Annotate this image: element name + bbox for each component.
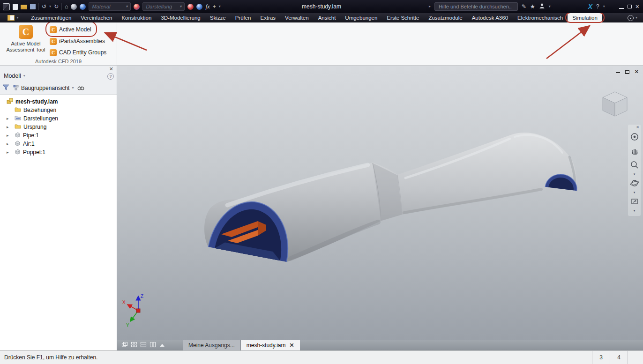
browser-help-icon[interactable]: ? — [107, 73, 114, 80]
status-tail — [628, 351, 643, 364]
help-caret-icon[interactable]: ▾ — [603, 5, 605, 8]
active-model-assessment-tool-button[interactable]: C Active Model Assessment Tool — [2, 24, 49, 59]
expand-caret-icon[interactable]: ▸ — [7, 116, 12, 121]
material-select[interactable]: Material ▾ — [89, 2, 131, 11]
tab-ansicht[interactable]: Ansicht — [314, 13, 341, 22]
navigation-wheel-icon[interactable] — [630, 132, 639, 143]
viewcube[interactable] — [597, 88, 633, 120]
tab-3d-modellierung[interactable]: 3D-Modellierung — [156, 13, 205, 22]
clear-appearance-icon[interactable] — [196, 4, 202, 10]
help-icon[interactable]: ? — [596, 4, 599, 9]
panel-title: Autodesk CFD 2019 — [0, 59, 117, 64]
tree-item-ursprung[interactable]: ▸ Ursprung — [0, 123, 117, 131]
status-bar: Drücken Sie F1, um Hilfe zu erhalten. 3 … — [0, 350, 643, 364]
sign-in-caret-icon[interactable]: ▾ — [549, 5, 551, 8]
view-mode-dropdown[interactable]: Baugruppenansicht ▾ — [13, 85, 74, 92]
redo-icon[interactable]: ↻ — [54, 4, 59, 9]
browser-title-dropdown[interactable]: Modell ▾ — [4, 73, 25, 79]
expand-caret-icon[interactable]: ▸ — [7, 141, 12, 146]
part-icon — [15, 149, 21, 156]
tree-item-assembly-root[interactable]: mesh-study.iam — [0, 97, 117, 106]
pen-icon[interactable]: ✎ — [522, 4, 526, 9]
graphics-viewport[interactable]: Z X Y × ✕ ▾ ▾ — [117, 66, 643, 340]
browser-close-icon[interactable]: ✕ — [109, 66, 113, 72]
open-folder-icon[interactable] — [21, 5, 27, 9]
expand-caret-icon[interactable]: ▸ — [7, 125, 12, 129]
doc-tab-home[interactable]: Meine Ausgangs... — [183, 340, 241, 350]
doc-restore-button[interactable] — [625, 70, 629, 74]
inventor-x-icon[interactable]: X — [588, 3, 592, 10]
tab-extras[interactable]: Extras — [256, 13, 281, 22]
iparts-iassemblies-button[interactable]: C iParts/iAssemblies — [50, 37, 105, 46]
tab-verwalten[interactable]: Verwalten — [280, 13, 314, 22]
tile-windows-icon[interactable] — [131, 341, 137, 349]
tree-item-beziehungen[interactable]: Beziehungen — [0, 106, 117, 114]
search-binoculars-icon[interactable] — [77, 84, 84, 92]
view-mode-label: Baugruppenansicht — [21, 85, 69, 91]
minimize-button[interactable] — [619, 8, 624, 9]
tab-umgebungen[interactable]: Umgebungen — [340, 13, 382, 22]
search-input[interactable]: Hilfe und Befehle durchsuchen.. — [434, 2, 518, 11]
arrange-horizontal-icon[interactable] — [140, 341, 147, 349]
expand-caret-icon[interactable]: ▸ — [7, 133, 12, 138]
orbit-icon[interactable] — [630, 178, 639, 190]
tree-item-pipe[interactable]: ▸ Pipe:1 — [0, 131, 117, 140]
tree-item-poppet[interactable]: ▸ Poppet:1 — [0, 148, 117, 156]
model-3d-view[interactable]: Z X Y — [117, 66, 643, 340]
pan-hand-icon[interactable] — [630, 146, 639, 157]
ribbon-display-options[interactable]: ▴ ▾ — [628, 13, 643, 22]
parameters-fx-icon[interactable]: fx — [205, 3, 209, 10]
doc-tab-mesh-study[interactable]: mesh-study.iam ✕ — [241, 340, 300, 350]
tree-item-darstellungen[interactable]: ▸ Darstellungen — [0, 114, 117, 123]
tab-elektromechanisch[interactable]: Elektromechanisch — [513, 13, 568, 22]
tree-item-label: Air:1 — [23, 141, 35, 147]
tab-erste-schritte[interactable]: Erste Schritte — [382, 13, 424, 22]
tab-zusatzmodule[interactable]: Zusatzmodule — [424, 13, 467, 22]
expand-caret-icon[interactable]: ▸ — [7, 150, 12, 155]
toolbar-options-caret-icon[interactable]: ▾ — [219, 5, 221, 8]
tab-zusammenfuegen[interactable]: Zusammenfügen — [26, 13, 76, 22]
undo-caret-icon[interactable]: ▾ — [49, 5, 51, 8]
tab-pruefen[interactable]: Prüfen — [231, 13, 256, 22]
doc-tab-close-icon[interactable]: ✕ — [290, 342, 294, 349]
render-sphere-icon[interactable] — [71, 4, 77, 10]
app-logo-icon[interactable] — [3, 3, 10, 10]
navbar-close-icon[interactable]: ✕ — [636, 126, 639, 129]
doc-close-button[interactable]: × — [635, 68, 638, 75]
appearance-select[interactable]: Darstellung ▾ — [142, 2, 185, 11]
doc-minimize-button[interactable] — [616, 72, 620, 73]
browser-header: ✕ Modell ▾ ? Baugruppenansicht ▾ — [0, 66, 117, 95]
add-quick-access-icon[interactable]: + — [213, 4, 216, 9]
save-icon[interactable] — [30, 4, 36, 9]
home-icon[interactable]: ⌂ — [65, 4, 68, 9]
tab-skizze[interactable]: Skizze — [205, 13, 231, 22]
close-button[interactable]: × — [636, 3, 639, 10]
tree-item-air[interactable]: ▸ Air:1 — [0, 140, 117, 148]
look-at-icon[interactable] — [630, 197, 639, 208]
cad-entity-groups-button[interactable]: C CAD Entity Groups — [50, 48, 106, 57]
filter-funnel-icon[interactable] — [2, 84, 9, 92]
tab-simulation[interactable]: Simulation — [568, 13, 602, 22]
tab-vereinfachen[interactable]: Vereinfachen — [76, 13, 117, 22]
measure-icon[interactable] — [80, 4, 86, 10]
zoom-icon[interactable] — [630, 160, 639, 171]
orbit-caret-icon[interactable]: ▾ — [634, 191, 636, 194]
appearance-sphere-icon[interactable] — [134, 4, 140, 10]
zoom-caret-icon[interactable]: ▾ — [634, 172, 636, 176]
tab-konstruktion[interactable]: Konstruktion — [117, 13, 156, 22]
user-icon[interactable] — [539, 2, 545, 11]
chevron-down-icon: ▾ — [126, 5, 127, 8]
active-model-button[interactable]: C Active Model — [50, 25, 91, 34]
favorites-star-icon[interactable]: ★ — [530, 4, 535, 9]
cascade-windows-icon[interactable] — [121, 341, 128, 349]
look-at-caret-icon[interactable]: ▾ — [634, 209, 636, 212]
expand-search-icon[interactable]: ▸ — [429, 5, 431, 8]
arrange-vertical-icon[interactable] — [150, 341, 156, 349]
file-menu-button[interactable]: ▾ — [0, 13, 26, 22]
tab-autodesk-a360[interactable]: Autodesk A360 — [467, 13, 513, 22]
new-file-icon[interactable] — [13, 4, 18, 10]
expand-tabs-icon[interactable] — [160, 344, 164, 347]
restore-button[interactable] — [628, 5, 632, 8]
adjust-appearance-icon[interactable] — [187, 4, 194, 10]
undo-icon[interactable]: ↺ — [42, 4, 46, 9]
